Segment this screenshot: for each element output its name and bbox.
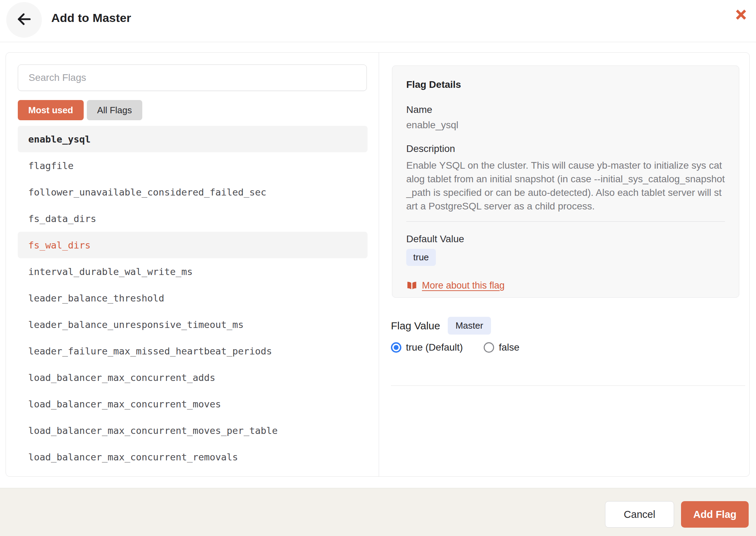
flag-details-title: Flag Details [406, 79, 725, 90]
radio-selected-icon[interactable] [391, 342, 401, 353]
column-divider [379, 53, 379, 476]
tab-most-used[interactable]: Most used [18, 100, 84, 120]
name-label: Name [406, 104, 725, 115]
flag-list-item-leader_balance_threshold[interactable]: leader_balance_threshold [18, 285, 368, 311]
section-divider [391, 385, 745, 386]
description-value: Enable YSQL on the cluster. This will ca… [406, 159, 725, 213]
cancel-button[interactable]: Cancel [605, 501, 674, 528]
flag-list-item-interval_durable_wal_write_ms[interactable]: interval_durable_wal_write_ms [18, 258, 368, 285]
flag-list: enable_ysqlflagfilefollower_unavailable_… [18, 126, 368, 470]
radio-label-false: false [499, 342, 519, 353]
flag-list-item-leader_failure_max_missed_heartbeat_periods[interactable]: leader_failure_max_missed_heartbeat_peri… [18, 338, 368, 364]
flag-list-item-load_balancer_max_concurrent_moves[interactable]: load_balancer_max_concurrent_moves [18, 391, 368, 417]
tab-all-flags[interactable]: All Flags [87, 100, 143, 120]
default-value-badge: true [406, 249, 436, 266]
flag-filter-tabs: Most used All Flags [18, 100, 142, 120]
back-button[interactable] [6, 2, 42, 38]
page-title: Add to Master [51, 11, 131, 25]
flag-list-item-enable_ysql[interactable]: enable_ysql [18, 126, 368, 152]
search-input[interactable] [18, 64, 367, 91]
flag-list-item-fs_data_dirs[interactable]: fs_data_dirs [18, 205, 368, 232]
radio-unselected-icon[interactable] [484, 342, 494, 353]
flag-list-item-load_balancer_max_concurrent_adds[interactable]: load_balancer_max_concurrent_adds [18, 364, 368, 391]
radio-label-true: true (Default) [406, 342, 463, 353]
flag-value-label: Flag Value [391, 320, 440, 332]
close-button[interactable] [734, 8, 748, 23]
add-flag-button[interactable]: Add Flag [681, 501, 749, 528]
flag-list-item-flagfile[interactable]: flagfile [18, 152, 368, 179]
flag-list-item-leader_balance_unresponsive_timeout_ms[interactable]: leader_balance_unresponsive_timeout_ms [18, 311, 368, 338]
flag-value-row: Flag Value Master [391, 317, 491, 335]
scope-badge-master: Master [448, 317, 491, 335]
modal-body: Most used All Flags enable_ysqlflagfilef… [6, 52, 750, 477]
flag-list-item-follower_unavailable_considered_failed_sec[interactable]: follower_unavailable_considered_failed_s… [18, 179, 368, 205]
description-label: Description [406, 143, 725, 154]
flag-value-radio-false[interactable]: false [484, 342, 519, 353]
more-about-flag-label: More about this flag [422, 280, 505, 291]
flag-details-card: Flag Details Name enable_ysql Descriptio… [392, 66, 739, 298]
flag-value-radio-group: true (Default)false [391, 342, 520, 353]
flag-value-radio-true[interactable]: true (Default) [391, 342, 463, 353]
arrow-left-icon [15, 10, 33, 30]
modal-header: Add to Master [0, 0, 756, 42]
card-divider [406, 221, 725, 222]
name-value: enable_ysql [406, 120, 725, 131]
more-about-flag-link[interactable]: More about this flag [406, 280, 725, 291]
modal-footer: Cancel Add Flag [0, 488, 756, 536]
flag-list-item-fs_wal_dirs[interactable]: fs_wal_dirs [18, 232, 368, 258]
open-book-icon [406, 280, 417, 291]
default-value-label: Default Value [406, 233, 725, 245]
flag-list-item-load_balancer_max_concurrent_moves_per_table[interactable]: load_balancer_max_concurrent_moves_per_t… [18, 417, 368, 444]
flag-list-item-load_balancer_max_concurrent_removals[interactable]: load_balancer_max_concurrent_removals [18, 444, 368, 470]
close-icon [734, 8, 748, 23]
